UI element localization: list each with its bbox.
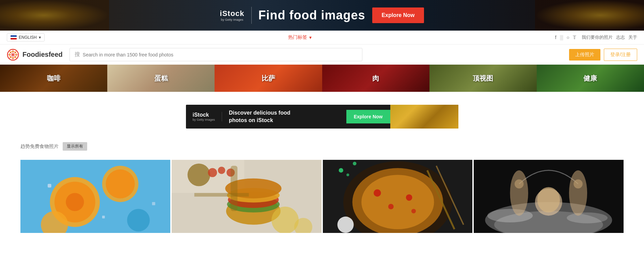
facebook-icon[interactable]: f xyxy=(555,35,556,40)
svg-point-55 xyxy=(515,180,524,189)
svg-point-26 xyxy=(208,168,217,177)
search-input[interactable] xyxy=(83,52,357,57)
hot-tags-label: 热门标签 xyxy=(288,34,307,40)
svg-point-40 xyxy=(337,217,354,233)
hot-tags-chevron-icon: ▾ xyxy=(309,35,312,40)
nav-left: ENGLISH ▾ xyxy=(7,33,45,41)
svg-point-13 xyxy=(127,209,150,232)
foodiesfeed-logo-icon xyxy=(7,49,19,61)
ad-istock-name: iStock xyxy=(193,112,215,118)
svg-point-11 xyxy=(106,169,135,198)
lang-chevron-icon: ▾ xyxy=(39,35,41,40)
nav-right: f ░ ○ 𝕋 我们要你的照片 志志 关于 xyxy=(555,34,637,40)
category-tile-pizza[interactable]: 比萨 xyxy=(215,65,322,92)
logo-area: Foodiesfeed xyxy=(7,49,63,61)
svg-rect-14 xyxy=(48,184,51,188)
twitter-icon[interactable]: 𝕋 xyxy=(573,35,576,40)
svg-point-43 xyxy=(339,168,343,172)
svg-point-38 xyxy=(406,195,412,201)
svg-point-35 xyxy=(361,175,434,229)
nav-links: 我们要你的照片 志志 关于 xyxy=(582,34,637,40)
banner-headline: Find food images xyxy=(258,8,365,22)
category-label-cake: 蛋糕 xyxy=(154,74,168,83)
svg-point-27 xyxy=(218,167,225,174)
flag-icon xyxy=(11,35,17,39)
istock-subtitle: by Getty Images xyxy=(221,18,244,21)
category-label-topview: 顶视图 xyxy=(473,74,493,83)
svg-point-52 xyxy=(537,187,560,213)
nav-link-volunteer[interactable]: 志志 xyxy=(616,34,625,40)
ad-istock-subtitle: by Getty Images xyxy=(193,118,215,121)
istock-name: iStock xyxy=(220,9,245,18)
hero-banner: iStock by Getty Images Find food images … xyxy=(0,0,644,31)
category-tiles: 咖啡 蛋糕 比萨 肉 顶视图 健康 xyxy=(0,65,644,92)
svg-point-49 xyxy=(487,209,533,222)
category-label-meat: 肉 xyxy=(372,74,379,83)
upload-button[interactable]: 上传照片 xyxy=(569,49,600,61)
nav-bar: ENGLISH ▾ 热门标签 ▾ f ░ ○ 𝕋 我们要你的照片 志志 关于 xyxy=(0,31,644,45)
svg-rect-25 xyxy=(194,193,249,197)
banner-cta-button[interactable]: Explore Now xyxy=(372,7,424,23)
hot-tags-nav[interactable]: 热门标签 ▾ xyxy=(288,34,312,40)
svg-point-39 xyxy=(411,209,415,213)
svg-point-54 xyxy=(569,170,587,216)
category-tile-meat[interactable]: 肉 xyxy=(322,65,429,92)
search-icon: 搜 xyxy=(75,51,80,58)
svg-rect-29 xyxy=(231,166,237,211)
svg-point-36 xyxy=(374,189,381,197)
banner-cookie-right-decoration xyxy=(535,0,644,31)
nav-link-about[interactable]: 关于 xyxy=(628,34,637,40)
category-tile-topview[interactable]: 顶视图 xyxy=(429,65,537,92)
ad-istock-brand: iStock by Getty Images xyxy=(186,112,222,121)
category-tile-cake[interactable]: 蛋糕 xyxy=(107,65,215,92)
instagram-icon[interactable]: ░ xyxy=(560,35,563,40)
social-icons: f ░ ○ 𝕋 xyxy=(555,35,576,40)
istock-logo: iStock by Getty Images xyxy=(220,9,245,21)
photo-card-flour[interactable] xyxy=(474,160,624,233)
category-label-healthy: 健康 xyxy=(583,74,597,83)
svg-point-50 xyxy=(567,213,608,223)
category-tile-coffee[interactable]: 咖啡 xyxy=(0,65,107,92)
photo-flour-bg xyxy=(474,160,624,233)
photo-grid xyxy=(0,160,644,233)
pinterest-icon[interactable]: ○ xyxy=(567,35,569,40)
svg-point-53 xyxy=(510,170,528,216)
search-bar: 搜 xyxy=(69,48,362,61)
category-label-coffee: 咖啡 xyxy=(47,74,61,83)
banner-divider xyxy=(251,7,252,24)
photo-burger-bg xyxy=(172,160,321,233)
svg-rect-15 xyxy=(102,216,105,218)
svg-point-9 xyxy=(66,193,84,211)
ad-food-image xyxy=(390,105,458,129)
photo-card-pizza-dark[interactable] xyxy=(323,160,473,233)
photo-card-oranges[interactable] xyxy=(20,160,170,233)
nav-link-upload[interactable]: 我们要你的照片 xyxy=(582,34,613,40)
show-all-button[interactable]: 显示所有 xyxy=(63,142,87,151)
trending-title: 趋势免费食物照片 xyxy=(20,144,59,150)
language-selector[interactable]: ENGLISH ▾ xyxy=(7,33,45,41)
trending-header: 趋势免费食物照片 显示所有 xyxy=(20,142,624,151)
photo-pizza-dark-bg xyxy=(323,160,473,233)
category-label-pizza: 比萨 xyxy=(262,74,275,83)
svg-point-44 xyxy=(352,162,356,166)
photo-card-burger[interactable] xyxy=(172,160,321,233)
svg-point-24 xyxy=(187,164,210,186)
svg-rect-16 xyxy=(152,202,155,205)
ad-description: Discover delicious foodphotos on iStock xyxy=(222,109,346,124)
photo-oranges-bg xyxy=(20,160,170,233)
ad-cta-button[interactable]: Explore Now xyxy=(346,110,390,123)
lang-label: ENGLISH xyxy=(19,35,37,40)
header-buttons: 上传照片 登录/注册 xyxy=(569,49,637,61)
banner-cookie-left-decoration xyxy=(0,0,109,31)
logo-text: Foodiesfeed xyxy=(22,51,63,58)
svg-point-37 xyxy=(388,204,393,209)
svg-point-45 xyxy=(346,173,349,176)
ad-banner: iStock by Getty Images Discover deliciou… xyxy=(186,105,458,129)
svg-point-56 xyxy=(574,180,583,189)
category-tile-healthy[interactable]: 健康 xyxy=(537,65,644,92)
page-header: Foodiesfeed 搜 上传照片 登录/注册 xyxy=(0,45,644,65)
login-button[interactable]: 登录/注册 xyxy=(604,49,637,61)
trending-section: 趋势免费食物照片 显示所有 xyxy=(0,139,644,160)
banner-content: iStock by Getty Images Find food images … xyxy=(220,7,424,24)
